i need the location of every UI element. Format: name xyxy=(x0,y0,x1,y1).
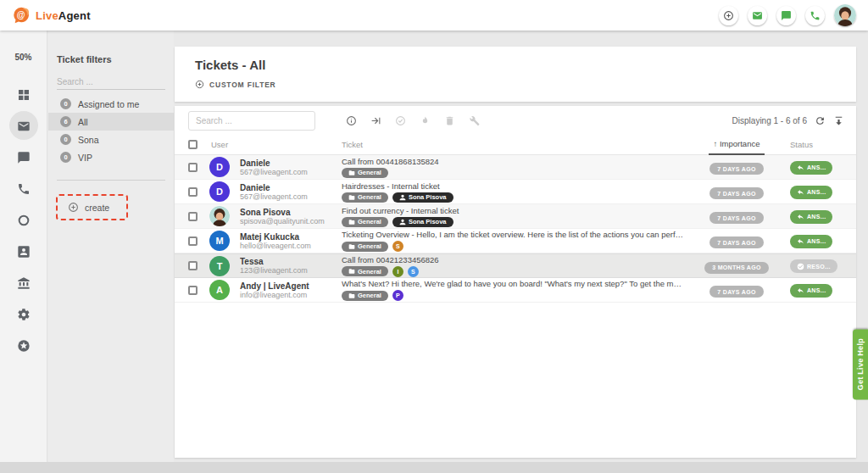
ticket-cell: Ticketing Overview - Hello, I am the tic… xyxy=(342,230,692,252)
filters-search-input[interactable] xyxy=(57,75,165,90)
sidebar-item-academy[interactable] xyxy=(0,267,47,298)
reply-arrow-icon xyxy=(797,213,804,220)
column-header-user: User xyxy=(211,140,342,149)
filter-count-badge: 0 xyxy=(60,98,71,109)
sidebar-item-settings[interactable] xyxy=(0,298,47,330)
chat-icon xyxy=(781,10,792,21)
sidebar-item-dashboard[interactable] xyxy=(0,79,47,110)
sidebar-item-chats[interactable] xyxy=(0,142,47,173)
ticket-tags: GeneralSona Pisova xyxy=(342,217,685,227)
get-live-help-button[interactable]: Get Live Help xyxy=(853,329,868,399)
new-item-button[interactable] xyxy=(719,6,738,25)
main-content: Tickets - All CUSTOM FILTER xyxy=(175,31,856,462)
folder-icon xyxy=(348,219,355,225)
filter-item-all[interactable]: 6All xyxy=(48,113,174,131)
table-row[interactable]: A Andy | LiveAgent info@liveagent.com Wh… xyxy=(175,278,856,303)
table-row[interactable]: D Daniele 567@liveagent.com Hairdresses … xyxy=(175,180,856,204)
row-checkbox[interactable] xyxy=(188,236,198,246)
calls-icon xyxy=(17,182,31,196)
spam-button[interactable] xyxy=(420,115,431,126)
importance-badge: 7 DAYS AGO xyxy=(709,236,763,248)
filter-item-assigned-to-me[interactable]: 0Assigned to me xyxy=(48,95,174,113)
plus-circle-icon xyxy=(68,202,79,213)
user-name: Andy | LiveAgent xyxy=(240,281,342,291)
column-header-importance[interactable]: ↑ Importance xyxy=(692,135,782,155)
column-header-ticket: Ticket xyxy=(342,140,692,149)
row-checkbox[interactable] xyxy=(188,163,198,172)
export-button[interactable] xyxy=(833,115,844,126)
sidebar-item-calls[interactable] xyxy=(0,173,47,204)
calls-button[interactable] xyxy=(805,6,825,25)
sidebar-item-tickets[interactable] xyxy=(0,110,47,142)
ticket-cell: Find out currency - Internal ticket Gene… xyxy=(342,206,692,227)
displaying-count: Displaying 1 - 6 of 6 xyxy=(732,116,807,125)
bottom-strip xyxy=(0,462,868,473)
status-badge: ANS... xyxy=(790,235,832,248)
table-row[interactable]: T Tessa 123@liveagent.com Call from 0042… xyxy=(175,253,856,278)
ticket-subject: Hairdresses - Internal ticket xyxy=(342,181,685,191)
ticket-tags: GeneralP xyxy=(342,290,685,301)
user-avatar xyxy=(209,206,230,226)
forward-button[interactable] xyxy=(370,115,381,126)
create-filter-button[interactable]: create xyxy=(56,194,128,220)
table-row[interactable]: D Daniele 567@liveagent.com Call from 00… xyxy=(175,155,856,180)
tickets-search-input[interactable] xyxy=(188,111,315,131)
custom-filter-button[interactable]: CUSTOM FILTER xyxy=(195,80,276,89)
user-email: 567@liveagent.com xyxy=(240,192,342,201)
tag-dot: I xyxy=(392,266,403,277)
filter-label: VIP xyxy=(78,153,92,163)
settings-icon xyxy=(17,308,31,321)
topbar: @ LiveAgent xyxy=(0,0,868,31)
status-badge: ANS... xyxy=(790,186,832,199)
user-name: Matej Kukucka xyxy=(240,232,342,242)
person-icon xyxy=(399,194,406,201)
folder-icon xyxy=(348,268,355,275)
agent-avatar[interactable] xyxy=(834,4,856,26)
ticket-subject: Ticketing Overview - Hello, I am the tic… xyxy=(342,230,685,239)
user-avatar: D xyxy=(209,181,230,202)
user-cell: Matej Kukucka hello@liveagent.com xyxy=(240,232,342,250)
table-row[interactable]: Sona Pisova spisova@qualityunit.com Find… xyxy=(175,204,856,229)
resolve-button[interactable] xyxy=(395,115,406,126)
reply-arrow-icon xyxy=(797,287,804,294)
user-email: hello@liveagent.com xyxy=(240,242,342,250)
reply-arrow-icon xyxy=(797,188,804,196)
user-name: Daniele xyxy=(240,183,342,192)
filter-item-sona[interactable]: 0Sona xyxy=(48,131,174,148)
flame-icon xyxy=(420,115,431,126)
sidebar-item-upgrade[interactable] xyxy=(0,330,47,361)
delete-button[interactable] xyxy=(444,115,455,126)
row-checkbox[interactable] xyxy=(188,187,198,197)
tag-department: General xyxy=(342,168,388,178)
importance-badge: 3 MONTHS AGO xyxy=(704,262,768,274)
emails-button[interactable] xyxy=(748,6,767,25)
status-badge: ANS... xyxy=(790,210,832,224)
user-avatar: D xyxy=(209,157,230,177)
ticket-tags: GeneralS xyxy=(342,241,685,252)
refresh-button[interactable] xyxy=(815,115,826,126)
tag-department: General xyxy=(342,242,388,252)
folder-icon xyxy=(348,194,355,201)
tools-button[interactable] xyxy=(469,115,480,126)
row-checkbox[interactable] xyxy=(188,212,198,221)
ticket-subject: Call from 00421233456826 xyxy=(342,255,685,264)
status-cell: ANS... xyxy=(790,282,844,298)
table-row[interactable]: M Matej Kukucka hello@liveagent.com Tick… xyxy=(175,229,856,253)
select-all-checkbox[interactable] xyxy=(188,140,198,149)
upgrade-icon xyxy=(17,339,31,353)
filter-item-vip[interactable]: 0VIP xyxy=(48,148,174,166)
user-name: Daniele xyxy=(240,159,342,168)
tag-dot: S xyxy=(408,266,419,277)
agent-score: 50% xyxy=(0,53,47,62)
row-checkbox[interactable] xyxy=(188,286,198,295)
filter-list: 0Assigned to me6All0Sona0VIP xyxy=(48,95,174,166)
column-header-status[interactable]: Status xyxy=(790,140,844,149)
sidebar-item-contacts[interactable] xyxy=(0,236,47,267)
ticket-tags: General xyxy=(342,168,685,178)
sidebar-item-online-visitors[interactable] xyxy=(0,204,47,236)
info-button[interactable] xyxy=(346,115,357,126)
filter-count-badge: 0 xyxy=(60,152,71,163)
filter-count-badge: 6 xyxy=(60,116,71,127)
row-checkbox[interactable] xyxy=(188,261,198,270)
chats-button[interactable] xyxy=(776,6,796,25)
